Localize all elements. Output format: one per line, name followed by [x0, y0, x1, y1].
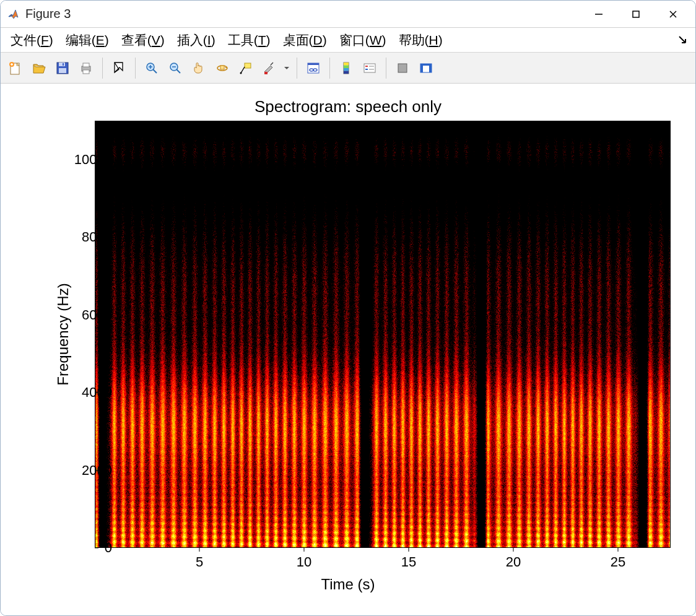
spectrogram-image	[95, 121, 671, 548]
xtick-label: 5	[196, 554, 203, 570]
minimize-button[interactable]	[580, 1, 617, 28]
xtick-mark	[513, 548, 514, 552]
ytick-label: 10000	[56, 152, 112, 168]
xtick-mark	[409, 548, 409, 552]
menu-help[interactable]: 帮助(H)	[393, 29, 449, 51]
svg-rect-11	[83, 63, 89, 67]
svg-rect-8	[59, 68, 66, 73]
spectrogram-axes[interactable]	[95, 121, 671, 548]
svg-rect-35	[365, 66, 368, 67]
titlebar: Figure 3	[1, 1, 695, 28]
svg-line-14	[153, 69, 157, 73]
svg-rect-21	[220, 66, 224, 69]
svg-rect-43	[420, 64, 432, 66]
print-button[interactable]	[75, 57, 97, 79]
zoom-in-button[interactable]	[141, 57, 163, 79]
svg-rect-12	[83, 70, 89, 74]
save-button[interactable]	[51, 57, 74, 79]
xtick-mark	[618, 548, 619, 552]
ytick-mark	[95, 315, 98, 315]
x-axis-label: Time (s)	[1, 576, 695, 593]
figure-area: Spectrogram: speech only 0 2000 4000 600…	[1, 84, 695, 616]
svg-rect-31	[344, 65, 349, 68]
ytick-mark	[95, 548, 98, 549]
ytick-label: 0	[56, 540, 112, 556]
xtick-mark	[304, 548, 305, 552]
svg-rect-9	[63, 63, 64, 66]
ytick-label: 8000	[56, 229, 112, 245]
menu-desktop[interactable]: 桌面(D)	[277, 29, 333, 51]
menu-insert[interactable]: 插入(I)	[171, 29, 222, 51]
plot-title: Spectrogram: speech only	[1, 97, 695, 116]
svg-rect-26	[308, 63, 319, 65]
svg-rect-33	[344, 71, 349, 74]
svg-rect-34	[364, 64, 375, 72]
window-title: Figure 3	[25, 7, 71, 21]
show-plot-tools-button[interactable]	[415, 57, 437, 79]
colorbar-button[interactable]	[335, 57, 357, 79]
ytick-label: 2000	[56, 462, 112, 479]
svg-rect-7	[59, 63, 65, 66]
svg-point-23	[240, 72, 242, 74]
toolbar	[1, 53, 695, 84]
svg-rect-39	[398, 64, 407, 72]
matlab-icon	[7, 7, 20, 21]
menu-tools[interactable]: 工具(T)	[222, 29, 277, 51]
hide-plot-tools-button[interactable]	[391, 57, 414, 79]
svg-rect-22	[245, 63, 251, 68]
y-axis-label: Frequency (Hz)	[54, 283, 72, 385]
new-figure-button[interactable]	[4, 57, 27, 79]
svg-line-18	[176, 69, 180, 73]
ytick-mark	[95, 159, 98, 160]
open-button[interactable]	[28, 57, 50, 79]
xtick-label: 10	[297, 554, 311, 570]
maximize-button[interactable]	[617, 1, 655, 28]
ytick-label: 4000	[56, 384, 112, 401]
legend-button[interactable]	[359, 57, 381, 79]
brush-dropdown[interactable]	[282, 57, 292, 79]
menubar: 文件(F) 编辑(E) 查看(V) 插入(I) 工具(T) 桌面(D) 窗口(W…	[1, 28, 695, 53]
pan-button[interactable]	[188, 57, 210, 79]
menu-view[interactable]: 查看(V)	[115, 29, 171, 51]
xtick-label: 15	[401, 554, 416, 570]
svg-rect-30	[344, 63, 349, 66]
menu-file[interactable]: 文件(F)	[4, 29, 59, 51]
svg-rect-32	[344, 68, 349, 71]
xtick-label: 25	[611, 554, 625, 570]
ytick-mark	[95, 393, 98, 393]
xtick-mark	[199, 548, 200, 552]
svg-rect-24	[264, 72, 268, 74]
svg-rect-36	[365, 69, 368, 70]
close-button[interactable]	[655, 1, 692, 28]
link-plot-button[interactable]	[302, 57, 324, 79]
svg-rect-1	[633, 11, 639, 17]
xtick-label: 20	[506, 554, 521, 570]
rotate-3d-button[interactable]	[211, 57, 233, 79]
data-cursor-button[interactable]	[235, 57, 257, 79]
menu-window[interactable]: 窗口(W)	[333, 29, 393, 51]
edit-plot-button[interactable]	[108, 57, 130, 79]
dock-undock-icon[interactable]	[674, 32, 692, 49]
menu-edit[interactable]: 编辑(E)	[59, 29, 115, 51]
ytick-mark	[95, 470, 98, 471]
zoom-out-button[interactable]	[164, 57, 186, 79]
ytick-mark	[95, 237, 98, 238]
brush-button[interactable]	[258, 57, 281, 79]
